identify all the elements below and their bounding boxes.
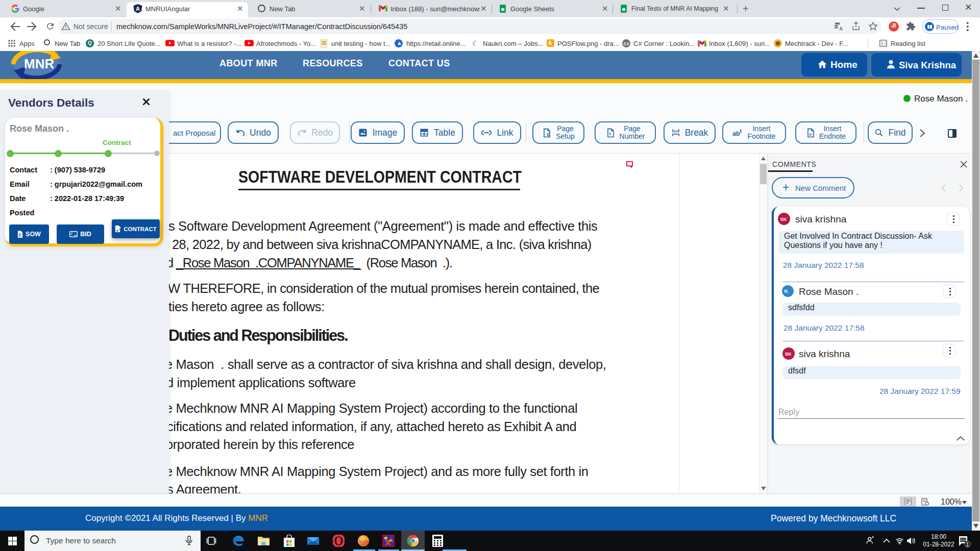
svg-text:A: A	[136, 6, 140, 12]
svg-text:MNR: MNR	[24, 56, 54, 71]
svg-text:ab: ab	[732, 130, 740, 137]
svg-text:#: #	[609, 132, 611, 136]
